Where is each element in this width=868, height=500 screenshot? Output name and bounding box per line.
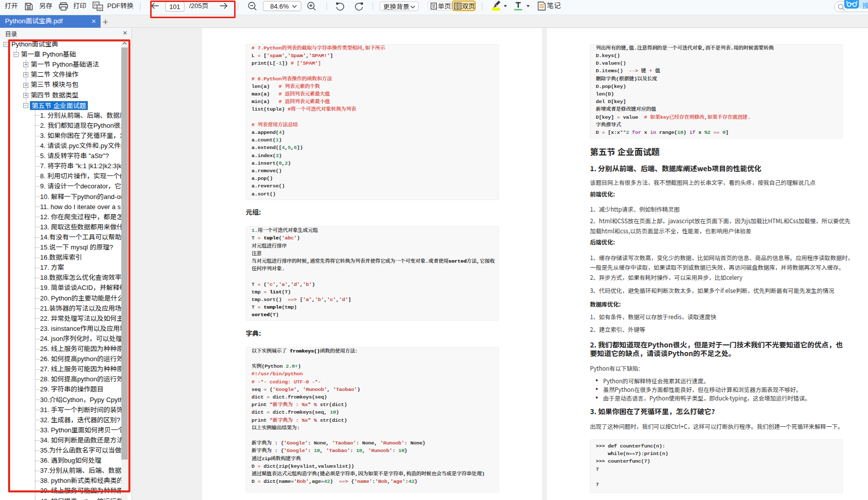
- svg-text:W: W: [98, 6, 102, 11]
- svg-text:P: P: [94, 3, 97, 8]
